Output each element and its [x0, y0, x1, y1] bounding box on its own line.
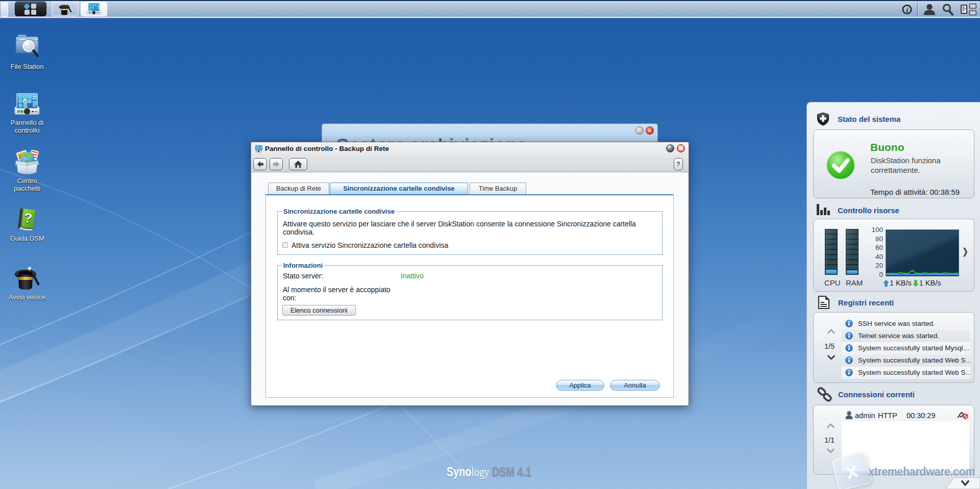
svg-text:i: i — [906, 6, 909, 14]
